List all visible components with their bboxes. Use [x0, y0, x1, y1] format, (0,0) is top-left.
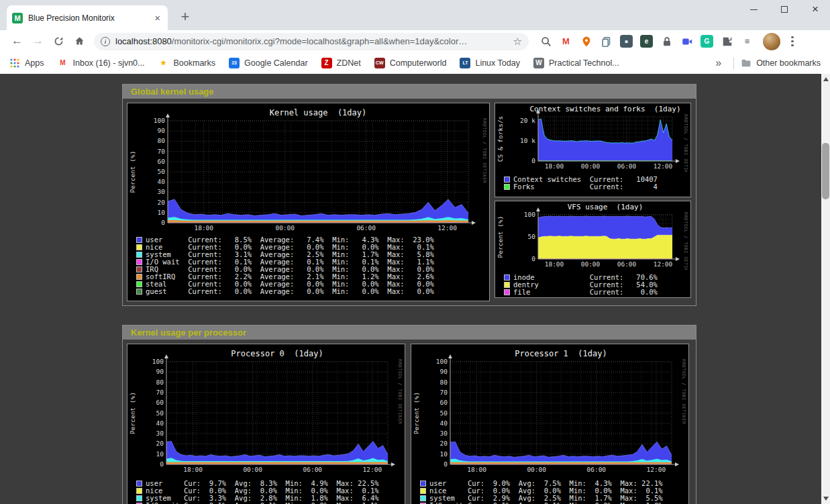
bookmark-label: Bookmarks	[174, 58, 216, 68]
svg-text:Percent (%): Percent (%)	[497, 216, 504, 258]
video-icon[interactable]	[680, 35, 693, 48]
bookmark-item[interactable]: LTLinux Today	[460, 58, 520, 68]
browser-menu-icon[interactable]	[788, 34, 796, 50]
svg-text:80: 80	[440, 379, 448, 386]
svg-text:VFS usage (1day): VFS usage (1day)	[568, 203, 643, 211]
svg-text:0: 0	[444, 460, 448, 468]
legend-text: Forks Current: 4	[513, 183, 658, 191]
svg-text:12:00: 12:00	[363, 466, 382, 473]
other-bookmarks-button[interactable]: Other bookmarks	[741, 58, 821, 68]
kernel-usage-graph[interactable]: 010203040506070809010018:0000:0006:0012:…	[127, 103, 490, 301]
bookmark-star-icon[interactable]: ☆	[513, 36, 522, 48]
svg-text:20: 20	[440, 440, 448, 447]
back-icon[interactable]: ←	[9, 33, 25, 50]
svg-text:18:00: 18:00	[194, 224, 213, 232]
section-header: Global kernel usage	[123, 85, 696, 99]
apps-shortcut[interactable]: Apps	[9, 58, 44, 68]
svg-text:10 k: 10 k	[520, 137, 535, 144]
svg-text:20: 20	[156, 440, 164, 447]
maximize-button[interactable]	[779, 4, 790, 15]
monitorix-favicon: M	[12, 13, 23, 23]
bookmark-item[interactable]: ZZDNet	[321, 58, 361, 68]
section-title: Kernel usage per processor	[131, 327, 246, 338]
svg-text:0: 0	[161, 219, 165, 226]
address-bar[interactable]: i localhost:8080/monitorix-cgi/monitorix…	[94, 33, 529, 50]
processor1-graph[interactable]: 010203040506070809010018:0000:0006:0012:…	[411, 344, 689, 504]
svg-text:10: 10	[440, 450, 448, 458]
evernote-icon[interactable]: e	[640, 35, 653, 48]
svg-text:70: 70	[156, 389, 164, 396]
calendar-icon: 23	[229, 58, 240, 68]
forward-icon[interactable]: →	[30, 33, 46, 50]
browser-tab[interactable]: M Blue Precision Monitorix ×	[7, 5, 168, 30]
legend-swatch	[136, 281, 142, 287]
lock-icon[interactable]	[660, 35, 673, 48]
svg-text:50: 50	[158, 168, 166, 175]
svg-text:20: 20	[158, 199, 166, 206]
bookmark-label: Google Calendar	[244, 58, 308, 68]
bookmark-item[interactable]: MInbox (16) - sjvn0...	[58, 58, 145, 68]
legend-swatch	[136, 495, 142, 501]
page-info-icon[interactable]: i	[101, 37, 110, 46]
vfs-usage-legend: inode Current: 70.6%dentry Current: 54.0…	[495, 272, 690, 296]
svg-text:06:00: 06:00	[617, 162, 637, 170]
list-icon[interactable]: ≡	[741, 35, 754, 48]
camera-icon[interactable]: ●	[620, 35, 633, 48]
context-switches-chart: 010 k20 k18:0000:0006:0012:00Context swi…	[495, 103, 690, 172]
tab-close-icon[interactable]: ×	[152, 12, 162, 23]
svg-text:CS & forks/s: CS & forks/s	[497, 116, 504, 162]
svg-text:Percent (%): Percent (%)	[413, 392, 420, 434]
legend-swatch	[420, 488, 426, 494]
svg-text:Percent (%): Percent (%)	[129, 151, 136, 193]
bookmarks-overflow-icon[interactable]: »	[710, 57, 727, 69]
scrollbar[interactable]	[821, 74, 830, 504]
svg-text:RRDTOOL / TOBI OETIKER: RRDTOOL / TOBI OETIKER	[681, 359, 686, 424]
processor0-graph[interactable]: 010203040506070809010018:0000:0006:0012:…	[127, 344, 405, 504]
legend-row: file Current: 0.0%	[504, 289, 690, 296]
kernel-usage-legend: user Current: 8.5% Average: 7.4% Min: 4.…	[127, 235, 489, 295]
profile-avatar[interactable]	[763, 33, 780, 50]
map-pin-icon[interactable]	[580, 35, 592, 48]
section-global-kernel: Global kernel usage 01020304050607080901…	[122, 84, 696, 306]
reload-icon[interactable]	[50, 33, 67, 50]
scroll-down-icon[interactable]	[823, 497, 829, 501]
context-switches-graph[interactable]: 010 k20 k18:0000:0006:0012:00Context swi…	[495, 103, 691, 197]
vfs-usage-graph[interactable]: 05010018:0000:0006:0012:00VFS usage (1da…	[495, 201, 691, 298]
processor1-legend: user Cur: 9.0% Avg: 7.5% Min: 4.3% Max: …	[411, 478, 688, 504]
apps-grid-icon	[9, 58, 20, 68]
url-path: /monitorix-cgi/monitorix.cgi?mode=localh…	[172, 36, 467, 46]
home-icon[interactable]	[71, 33, 88, 50]
scroll-up-icon[interactable]	[823, 77, 829, 81]
search-icon[interactable]	[539, 35, 552, 48]
grammarly-icon[interactable]: G	[701, 35, 713, 48]
legend-swatch	[504, 177, 510, 183]
puzzle-icon[interactable]	[721, 35, 733, 48]
legend-swatch	[136, 252, 142, 258]
svg-text:90: 90	[158, 127, 166, 134]
zdnet-icon: Z	[321, 58, 332, 68]
scrollbar-thumb[interactable]	[822, 143, 829, 199]
svg-text:Kernel usage (1day): Kernel usage (1day)	[270, 108, 367, 117]
minimize-button[interactable]	[748, 4, 759, 15]
browser-window: M Blue Precision Monitorix × + × ← → i l…	[0, 0, 830, 504]
bookmark-item[interactable]: ★Bookmarks	[158, 58, 216, 68]
apps-label: Apps	[25, 58, 44, 68]
window-controls: ×	[748, 4, 821, 15]
svg-text:00:00: 00:00	[527, 466, 546, 473]
gmail-icon[interactable]: M	[560, 35, 572, 48]
bookmark-label: Linux Today	[475, 58, 520, 68]
bookmark-item[interactable]: 23Google Calendar	[229, 58, 308, 68]
svg-text:06:00: 06:00	[617, 260, 637, 268]
close-button[interactable]: ×	[810, 4, 821, 15]
processor1-chart: 010203040506070809010018:0000:0006:0012:…	[411, 344, 688, 476]
svg-text:30: 30	[158, 188, 166, 195]
tab-strip: M Blue Precision Monitorix × + ×	[0, 0, 830, 30]
svg-text:90: 90	[156, 368, 164, 375]
bookmark-item[interactable]: WPractical Technol...	[533, 58, 619, 68]
bookmark-item[interactable]: CWComputerworld	[374, 58, 447, 68]
svg-text:06:00: 06:00	[586, 466, 606, 473]
new-tab-button[interactable]: +	[177, 9, 193, 25]
legend-swatch	[504, 289, 510, 295]
legend-text: file Current: 0.0%	[513, 289, 658, 296]
copy-pages-icon[interactable]	[600, 35, 613, 48]
